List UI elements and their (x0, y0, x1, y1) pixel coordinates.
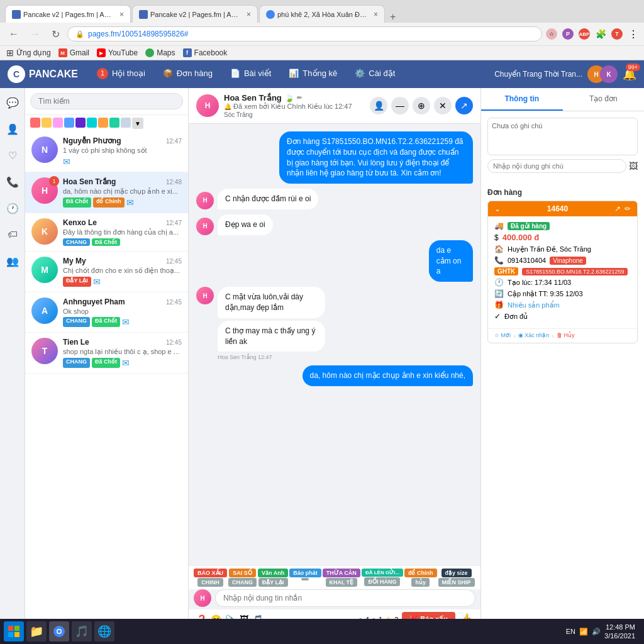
taskbar-app4[interactable]: 🌐 (94, 621, 114, 641)
message-input[interactable] (215, 589, 475, 607)
add-person-btn[interactable]: 👤 (370, 97, 387, 114)
tab-thong-tin[interactable]: Thông tin (481, 88, 563, 111)
tag-btn-thua-can[interactable]: THỪA CÂN (323, 569, 360, 577)
filter-blue[interactable] (64, 118, 74, 128)
tag-btn-huy[interactable]: hủy (411, 578, 430, 587)
tab-pancake-1[interactable]: Pancake v2 | Pages.fm | Advance... × (5, 5, 131, 23)
external-link-btn[interactable]: ↗ (455, 97, 473, 114)
tag-btn-sai-so[interactable]: SAI SỐ (229, 569, 256, 577)
bookmark-icon[interactable]: ☆ (546, 28, 557, 40)
nav-settings[interactable]: ⚙️ Cài đặt (346, 60, 404, 88)
filter-expand[interactable]: ▼ (132, 118, 143, 129)
stats-icon: 📊 (289, 69, 299, 78)
tab-tao-don[interactable]: Tạo đơn (563, 88, 645, 111)
filter-red[interactable] (30, 118, 40, 128)
minimize-btn[interactable]: — (391, 97, 409, 114)
share-icon[interactable]: ↗ (614, 204, 621, 213)
tag-btn-empty[interactable] (301, 578, 309, 580)
sidebar-icon-clock[interactable]: 🕐 (3, 199, 22, 218)
tag-btn-mien-ship[interactable]: MIỀN SHIP (438, 578, 475, 587)
note-input[interactable] (487, 159, 626, 173)
address-bar[interactable]: 🔒 (67, 26, 542, 42)
sidebar-icon-user[interactable]: 👤 (3, 119, 22, 138)
sidebar-icon-tag[interactable]: 🏷 (3, 225, 22, 244)
filter-purple[interactable] (75, 118, 86, 128)
order-confirm-btn[interactable]: ◉ Xác nhận (518, 332, 550, 340)
order-complete-row: ✓ Đơn đủ (494, 312, 631, 321)
conv-item-5[interactable]: A Anhnguyet Pham 12:45 Ok shop CHANG Đã … (25, 292, 188, 333)
tag-btn-van-anh[interactable]: Văn Anh (258, 569, 288, 577)
tag-btn-day-size[interactable]: đặy size (441, 569, 472, 577)
filter-green[interactable] (109, 118, 119, 128)
tag-btn-da-len-gui[interactable]: ĐÃ LÊN GỬI... (362, 569, 403, 577)
filter-gray[interactable] (121, 118, 131, 128)
bookmark-apps[interactable]: ⊞ Ứng dụng (6, 48, 51, 58)
chat-header: H Hoa Sen Trắng 🍃 ✏ 🔔 Đã xem bởi Kiều Ch… (189, 88, 480, 124)
tag-btn-do-chinh[interactable]: đổ Chính (404, 569, 437, 577)
tag-btn-khai-te[interactable]: KHAI, TỆ (326, 578, 358, 587)
conv-item-2[interactable]: H 1 Hoa Sen Trắng 12:48 da, hôm nào chị … (25, 172, 188, 213)
bookmark-gmail[interactable]: M Gmail (58, 48, 89, 57)
start-button[interactable] (4, 621, 24, 641)
puzzle-icon[interactable]: 🧩 (595, 28, 606, 40)
order-price: 400.000 đ (502, 233, 540, 242)
sidebar-icon-phone[interactable]: 📞 (3, 172, 22, 191)
tab-close-1[interactable]: × (119, 10, 124, 19)
tag-btn-day-lai[interactable]: ĐẶY LẠI (258, 578, 288, 587)
tab-pancake-2[interactable]: Pancake v2 | Pages.fm | Adv... × (132, 5, 258, 23)
search-input[interactable] (30, 93, 183, 109)
conv-item-6[interactable]: T Tien Le 12:45 shop ngta lại nhiều thôi… (25, 333, 188, 374)
tag-btn-bao-xau[interactable]: BÁO XẤU (194, 569, 227, 577)
tag-btn-bao-phat[interactable]: Báo phát (289, 569, 321, 577)
tag-chang-3: CHANG (63, 238, 90, 246)
profile-icon-t[interactable]: T (611, 28, 623, 40)
nav-stats[interactable]: 📊 Thống kê (280, 60, 346, 88)
filter-cyan[interactable] (87, 118, 97, 128)
sidebar-icon-heart[interactable]: ♡ (3, 146, 22, 165)
order-cancel-btn[interactable]: 🗑 Hủy (557, 332, 575, 340)
taskbar-explorer[interactable]: 📁 (26, 621, 47, 641)
menu-icon[interactable]: ⋮ (628, 28, 639, 40)
address-input[interactable] (88, 30, 534, 38)
nav-conversations[interactable]: 1 Hội thoại (88, 60, 154, 88)
sidebar-icon-chat[interactable]: 💬 (3, 93, 22, 112)
tab-close-3[interactable]: × (374, 10, 378, 19)
conv-item-1[interactable]: N Nguyễn Phương 12:47 1 váy có phi ship … (25, 131, 188, 172)
sidebar-icon-person[interactable]: 👥 (3, 252, 22, 270)
conv-item-4[interactable]: M My My 12:45 Chị chốt đơn cho e xin số … (25, 252, 188, 292)
back-button[interactable]: ← (5, 27, 23, 41)
bookmark-maps[interactable]: Maps (145, 48, 175, 57)
order-many-products[interactable]: Nhiều sản phẩm (508, 301, 560, 309)
msg-sender-info: Hoa Sen Trắng 12:47 (218, 354, 371, 360)
nav-posts[interactable]: 📄 Bài viết (221, 60, 280, 88)
taskbar-app3[interactable]: 🎵 (72, 621, 92, 641)
taskbar-chrome[interactable] (49, 621, 69, 641)
tag-btn-chang[interactable]: CHANG (228, 578, 257, 587)
conv-item-3[interactable]: K Kenxo Le 12:47 Đây là thông tin đơn hà… (25, 213, 188, 252)
close-chat-btn[interactable]: ✕ (434, 97, 452, 114)
forward-button[interactable]: → (26, 27, 44, 41)
profile-icon-p[interactable]: P (562, 28, 574, 40)
abp-icon[interactable]: ABP (579, 28, 590, 40)
tag-btn-chinh[interactable]: CHINH (197, 578, 223, 587)
taskbar: 📁 🎵 🌐 EN 📶 🔊 12:48 PM 3/16/2021 (0, 619, 644, 644)
tab-close-2[interactable]: × (247, 10, 251, 19)
tag-btn-doi-hang[interactable]: ĐỔI HÀNG (364, 577, 400, 586)
nav-orders[interactable]: 📦 Đơn hàng (154, 60, 221, 88)
edit-order-icon[interactable]: ✏ (625, 204, 631, 213)
bookmark-youtube[interactable]: ▶ YouTube (97, 48, 138, 57)
bookmark-facebook[interactable]: f Facebook (183, 48, 228, 57)
filter-orange[interactable] (98, 118, 108, 128)
tab-google[interactable]: phú khê 2, Xã Hòa Xuân Đông... × (259, 5, 385, 23)
order-new-btn[interactable]: ☆ Mới (494, 332, 511, 340)
reload-button[interactable]: ↻ (48, 27, 64, 42)
store-name[interactable]: Chuyển Trang Thời Tran... (494, 70, 582, 79)
filter-yellow[interactable] (42, 118, 52, 128)
new-tab-button[interactable]: + (386, 11, 399, 23)
svg-rect-0 (8, 626, 13, 631)
conv-avatar-4: M (31, 257, 58, 283)
expand-btn[interactable]: ⊕ (413, 97, 430, 114)
note-image-btn[interactable]: 🖼 (629, 161, 638, 171)
conv-name-3: Kenxo Le (63, 218, 97, 227)
filter-pink[interactable] (53, 118, 63, 128)
